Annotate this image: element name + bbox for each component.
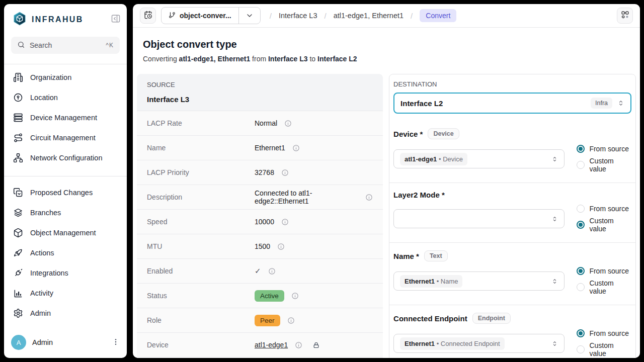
- info-icon[interactable]: [284, 120, 292, 127]
- row-value: Ethernet1: [255, 144, 285, 152]
- radio-from-source[interactable]: From source: [577, 205, 631, 213]
- sidebar-item-device-management[interactable]: Device Management: [8, 108, 123, 128]
- sidebar-item-label: Admin: [30, 309, 51, 317]
- breadcrumb-item-object[interactable]: atl1-edge1, Ethernet1: [334, 12, 404, 20]
- subtitle-object-name: atl1-edge1, Ethernet1: [179, 55, 251, 63]
- radio-custom-value[interactable]: Custom value: [577, 279, 631, 295]
- table-row: Status Active: [137, 283, 383, 308]
- radio-icon: [577, 329, 585, 337]
- sidebar-item-label: Proposed Changes: [30, 189, 93, 197]
- topbar: object-conver... / Interface L3 / atl1-e…: [133, 4, 640, 28]
- device-link[interactable]: atl1-edge1: [255, 341, 288, 349]
- sidebar-item-proposed-changes[interactable]: Proposed Changes: [8, 183, 123, 203]
- branch-selector[interactable]: object-conver...: [161, 7, 261, 24]
- row-value: Connected to atl1-edge2::Ethernet1: [255, 189, 358, 205]
- rocket-icon: [13, 248, 23, 258]
- radio-from-source[interactable]: From source: [577, 329, 631, 337]
- subtitle-to-word: to: [309, 55, 315, 63]
- info-icon[interactable]: [281, 218, 289, 226]
- search-placeholder: Search: [30, 41, 52, 49]
- field-section-layer2-mode: Layer2 Mode * From source Custom value: [389, 183, 635, 242]
- breadcrumb-item-convert-active[interactable]: Convert: [420, 9, 456, 22]
- value-mode-radio-group: From source Custom value: [577, 267, 631, 295]
- info-icon[interactable]: [292, 144, 300, 152]
- info-icon[interactable]: [365, 194, 373, 201]
- table-row: Device atl1-edge1: [137, 332, 383, 357]
- device-select[interactable]: atl1-edge1Device: [393, 149, 565, 168]
- sidebar-item-activity[interactable]: Activity: [8, 283, 123, 303]
- subtitle-prefix: Converting: [143, 55, 177, 63]
- row-label: Role: [147, 316, 255, 324]
- sidebar-item-location[interactable]: Location: [8, 87, 123, 108]
- schema-visualizer-button[interactable]: [617, 8, 633, 24]
- sidebar-item-integrations[interactable]: Integrations: [8, 263, 123, 283]
- radio-icon: [577, 145, 585, 153]
- search-icon: [17, 41, 25, 50]
- radio-custom-value[interactable]: Custom value: [577, 341, 631, 357]
- breadcrumb-item-interface-l3[interactable]: Interface L3: [279, 12, 317, 20]
- info-icon[interactable]: [291, 292, 299, 300]
- field-label: Name *: [393, 252, 419, 260]
- panel-collapse-icon: [111, 14, 121, 25]
- row-label: Name: [147, 144, 255, 152]
- field-kind-badge: Text: [424, 250, 448, 261]
- diff-copy-icon: [13, 188, 23, 198]
- radio-custom-value[interactable]: Custom value: [577, 157, 631, 173]
- page-subtitle: Converting atl1-edge1, Ethernet1 from In…: [143, 55, 634, 63]
- source-rows: LACP Rate Normal Name Ethernet1 LACP Pri…: [137, 111, 383, 357]
- field-label: Layer2 Mode *: [393, 191, 445, 199]
- sidebar-item-circuit-management[interactable]: Circuit Management: [8, 128, 123, 148]
- breadcrumb-separator: /: [270, 12, 272, 20]
- row-value: Normal: [255, 119, 277, 127]
- table-row: Description Connected to atl1-edge2::Eth…: [137, 185, 383, 209]
- page-title: Object convert type: [143, 39, 634, 50]
- info-icon[interactable]: [268, 267, 276, 275]
- destination-type-select[interactable]: Interface L2 Infra: [393, 93, 631, 114]
- selected-value-chip: atl1-edge1Device: [400, 153, 467, 165]
- sidebar-item-branches[interactable]: Branches: [8, 203, 123, 223]
- search-input[interactable]: Search ^K: [11, 37, 120, 54]
- row-label: MTU: [147, 242, 255, 250]
- sidebar-item-network-configuration[interactable]: Network Configuration: [8, 148, 123, 168]
- sidebar-item-organization[interactable]: Organization: [8, 67, 123, 87]
- sidebar-divider: [4, 64, 127, 64]
- time-travel-button[interactable]: [140, 8, 156, 24]
- cube-icon: [13, 228, 23, 238]
- radio-custom-value[interactable]: Custom value: [577, 217, 631, 233]
- info-icon[interactable]: [277, 243, 285, 250]
- radio-icon: [577, 161, 585, 169]
- radio-icon: [577, 283, 585, 291]
- chevron-down-icon[interactable]: [239, 12, 260, 20]
- selected-value-chip: Ethernet1Connected Endpoint: [400, 337, 505, 350]
- gear-icon: [13, 308, 23, 318]
- table-row: Enabled ✓: [137, 258, 383, 283]
- name-select[interactable]: Ethernet1Name: [393, 272, 565, 291]
- radio-icon: [577, 267, 585, 275]
- info-icon[interactable]: [287, 317, 295, 324]
- table-row: MTU 1500: [137, 234, 383, 258]
- sidebar-item-label: Actions: [30, 249, 54, 257]
- sidebar-nav-group-1: Organization Location Device Management: [4, 67, 127, 168]
- row-label: Status: [147, 292, 255, 300]
- connected-endpoint-select[interactable]: Ethernet1Connected Endpoint: [393, 334, 565, 353]
- radio-icon: [577, 221, 585, 229]
- user-menu-button[interactable]: [112, 338, 120, 347]
- radio-from-source[interactable]: From source: [577, 145, 631, 153]
- field-section-connected-endpoint: Connected Endpoint Endpoint Ethernet1Con…: [389, 305, 635, 358]
- info-icon[interactable]: [295, 341, 302, 349]
- status-badge: Active: [255, 290, 284, 302]
- sidebar-item-label: Device Management: [30, 114, 97, 122]
- sidebar-item-admin[interactable]: Admin: [8, 303, 123, 323]
- info-icon[interactable]: [281, 169, 289, 176]
- sidebar-item-label: Branches: [30, 209, 61, 217]
- row-label: Device: [147, 341, 255, 349]
- sidebar-item-actions[interactable]: Actions: [8, 243, 123, 263]
- sidebar-item-object-management[interactable]: Object Management: [8, 223, 123, 243]
- collapse-sidebar-button[interactable]: [111, 14, 121, 25]
- role-badge: Peer: [255, 315, 280, 326]
- radio-from-source[interactable]: From source: [577, 267, 631, 275]
- select-stepper-icon: [617, 100, 624, 107]
- layer2-mode-select[interactable]: [393, 209, 565, 228]
- page-head: Object convert type Converting atl1-edge…: [143, 39, 634, 63]
- select-stepper-icon: [551, 216, 558, 222]
